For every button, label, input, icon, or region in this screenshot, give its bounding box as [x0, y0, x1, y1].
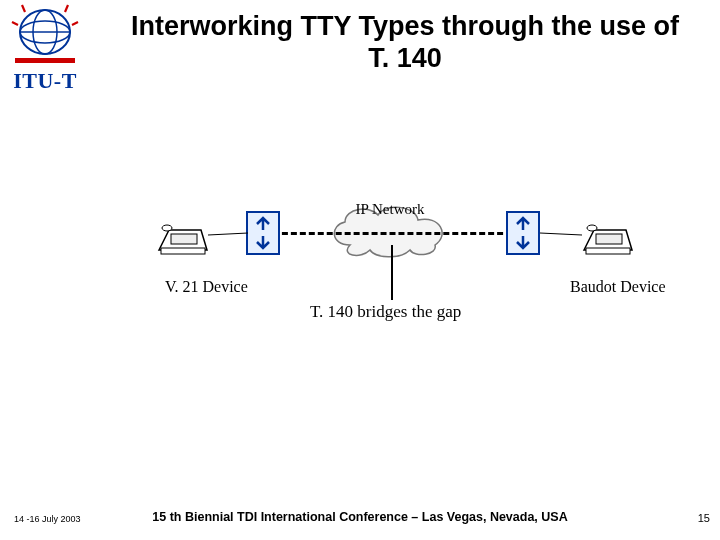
network-diagram: IP Network V. 21 Device Baudot Device T.… [120, 190, 660, 310]
svg-line-14 [540, 233, 582, 235]
itu-globe-icon [10, 0, 80, 66]
footer: 14 -16 July 2003 15 th Biennial TDI Inte… [0, 510, 720, 524]
bridge-pointer-line [391, 245, 393, 300]
footer-venue: 15 th Biennial TDI International Confere… [0, 510, 720, 524]
itu-logo-text: ITU-T [0, 68, 90, 94]
footer-date: 14 -16 July 2003 [14, 514, 81, 524]
slide-title: Interworking TTY Types through the use o… [130, 10, 680, 75]
right-device-label: Baudot Device [570, 278, 666, 296]
footer-page: 15 [698, 512, 710, 524]
svg-rect-4 [15, 58, 75, 63]
bridge-label: T. 140 bridges the gap [310, 302, 461, 322]
itu-logo-block: ITU-T [0, 0, 90, 94]
svg-line-13 [208, 233, 248, 235]
left-device-label: V. 21 Device [165, 278, 248, 296]
